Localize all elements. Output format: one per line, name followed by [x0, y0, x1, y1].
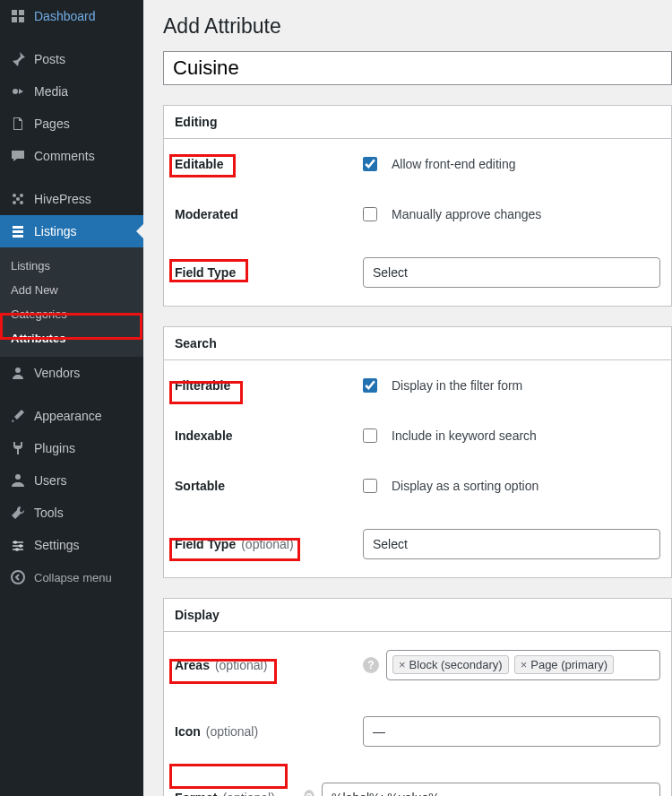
icon-select[interactable]: —	[363, 716, 660, 747]
user-icon	[9, 364, 27, 382]
svg-point-1	[13, 194, 16, 197]
indexable-checkbox[interactable]	[363, 428, 377, 443]
svg-point-6	[15, 368, 21, 373]
fieldtype-select[interactable]: Select	[363, 257, 660, 288]
moderated-label: Moderated	[175, 207, 363, 221]
tag-page[interactable]: ×Page (primary)	[514, 655, 615, 674]
admin-sidebar: Dashboard Posts Media Pages Comments Hiv…	[0, 0, 143, 796]
sidebar-item-vendors[interactable]: Vendors	[0, 357, 143, 389]
display-head: Display	[164, 599, 671, 632]
svg-point-11	[12, 571, 24, 584]
tag-remove-icon[interactable]: ×	[521, 658, 528, 671]
collapse-menu[interactable]: Collapse menu	[0, 561, 143, 593]
tag-remove-icon[interactable]: ×	[399, 658, 406, 671]
svg-point-0	[13, 89, 18, 94]
sidebar-item-appearance[interactable]: Appearance	[0, 400, 143, 432]
editable-checkbox[interactable]	[363, 157, 377, 171]
icon-label: Icon (optional)	[175, 724, 363, 739]
svg-point-10	[15, 548, 19, 551]
filterable-checkbox[interactable]	[363, 378, 377, 393]
attribute-name-input[interactable]	[163, 51, 672, 85]
sidebar-item-plugins[interactable]: Plugins	[0, 432, 143, 464]
search-fieldtype-label: Field Type (optional)	[175, 537, 363, 551]
moderated-checkbox[interactable]	[363, 207, 377, 221]
areas-tags-input[interactable]: ×Block (secondary) ×Page (primary)	[386, 650, 660, 680]
sidebar-label: Vendors	[34, 366, 80, 380]
svg-point-3	[13, 201, 16, 204]
hive-icon	[9, 190, 27, 208]
comment-icon	[9, 147, 27, 165]
main-content: Add Attribute Editing Editable Allow fro…	[143, 0, 672, 796]
editing-panel: Editing Editable Allow front-end editing…	[163, 105, 672, 307]
svg-point-8	[13, 541, 17, 544]
users-icon	[9, 472, 27, 489]
svg-point-2	[20, 194, 23, 197]
help-icon[interactable]: ?	[304, 790, 314, 796]
filterable-label: Filterable	[175, 378, 363, 393]
svg-point-9	[19, 544, 22, 548]
search-head: Search	[164, 327, 671, 360]
sidebar-item-users[interactable]: Users	[0, 464, 143, 497]
sidebar-submenu: Listings Add New Categories Attributes	[0, 247, 143, 357]
format-label: Format (optional)	[175, 791, 304, 796]
page-title: Add Attribute	[163, 14, 672, 39]
sortable-desc: Display as a sorting option	[392, 479, 538, 493]
sidebar-item-media[interactable]: Media	[0, 75, 143, 108]
indexable-desc: Include in keyword search	[392, 428, 537, 443]
svg-point-4	[20, 201, 23, 204]
search-panel: Search Filterable Display in the filter …	[163, 326, 672, 578]
svg-point-7	[15, 474, 21, 480]
sidebar-label: Appearance	[34, 409, 102, 423]
sidebar-label: Media	[34, 84, 68, 99]
sortable-label: Sortable	[175, 479, 363, 493]
sidebar-label: HivePress	[34, 192, 91, 206]
sidebar-item-pages[interactable]: Pages	[0, 108, 143, 140]
sidebar-label: Users	[34, 473, 67, 488]
brush-icon	[9, 407, 27, 425]
pin-icon	[9, 50, 27, 68]
tools-icon	[9, 504, 27, 522]
help-icon[interactable]: ?	[363, 657, 379, 673]
sidebar-item-posts[interactable]: Posts	[0, 43, 143, 75]
submenu-listings[interactable]: Listings	[0, 254, 143, 278]
search-fieldtype-select[interactable]: Select	[363, 529, 660, 559]
fieldtype-label: Field Type	[175, 265, 363, 280]
tag-block[interactable]: ×Block (secondary)	[392, 655, 509, 674]
sortable-checkbox[interactable]	[363, 479, 377, 493]
areas-label: Areas (optional)	[175, 658, 363, 672]
submenu-attributes[interactable]: Attributes	[0, 326, 143, 350]
sidebar-label: Plugins	[34, 441, 75, 455]
media-icon	[9, 82, 27, 100]
sidebar-item-tools[interactable]: Tools	[0, 497, 143, 529]
indexable-label: Indexable	[175, 428, 363, 443]
sidebar-item-settings[interactable]: Settings	[0, 529, 143, 561]
svg-point-5	[16, 197, 20, 201]
editing-head: Editing	[164, 106, 671, 139]
sidebar-item-hivepress[interactable]: HivePress	[0, 183, 143, 215]
sidebar-label: Comments	[34, 149, 95, 163]
listings-icon	[9, 222, 27, 240]
sidebar-item-dashboard[interactable]: Dashboard	[0, 0, 143, 32]
sidebar-label: Pages	[34, 117, 70, 131]
pages-icon	[9, 115, 27, 133]
collapse-label: Collapse menu	[34, 571, 112, 584]
dashboard-icon	[9, 7, 27, 25]
editable-label: Editable	[175, 157, 363, 171]
settings-icon	[9, 536, 27, 554]
sidebar-label: Tools	[34, 506, 64, 520]
plug-icon	[9, 439, 27, 457]
sidebar-label: Listings	[34, 224, 76, 238]
display-panel: Display Areas (optional) ? ×Block (secon…	[163, 598, 672, 796]
sidebar-label: Posts	[34, 52, 65, 66]
filterable-desc: Display in the filter form	[392, 378, 522, 393]
moderated-desc: Manually approve changes	[392, 207, 541, 221]
sidebar-item-comments[interactable]: Comments	[0, 140, 143, 172]
sidebar-item-listings[interactable]: Listings	[0, 215, 143, 247]
collapse-icon	[9, 568, 27, 586]
format-input[interactable]: %label%: %value%	[322, 783, 660, 796]
submenu-addnew[interactable]: Add New	[0, 278, 143, 302]
submenu-categories[interactable]: Categories	[0, 302, 143, 326]
editable-desc: Allow front-end editing	[392, 157, 516, 171]
sidebar-label: Dashboard	[34, 9, 96, 23]
sidebar-label: Settings	[34, 538, 80, 552]
